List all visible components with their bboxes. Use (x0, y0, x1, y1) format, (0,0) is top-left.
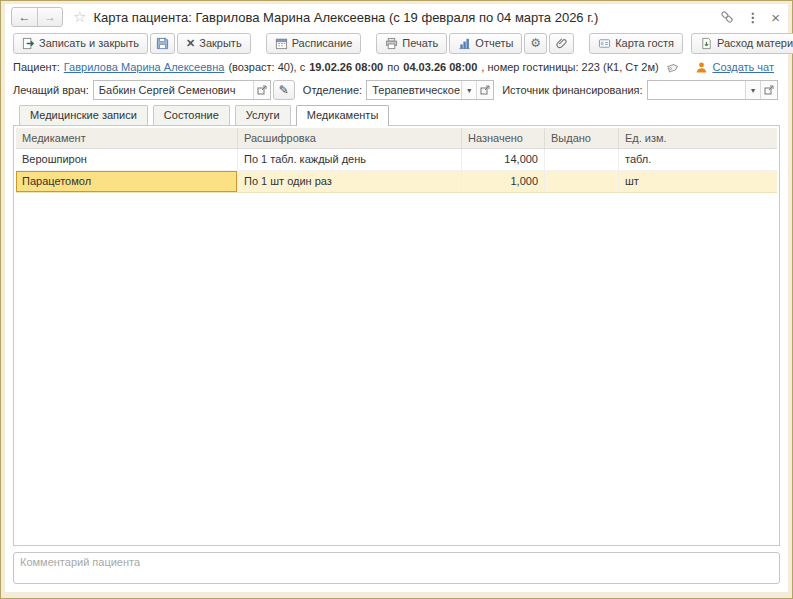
cell-issued[interactable] (545, 171, 619, 193)
close-x-icon: ✕ (186, 37, 195, 50)
cell-issued[interactable] (545, 149, 619, 171)
save-and-close-button[interactable]: Записать и закрыть (13, 33, 148, 54)
calendar-icon (275, 37, 288, 50)
doctor-edit-button[interactable]: ✎ (273, 80, 295, 100)
patient-info-line: Пациент: Гаврилова Марина Алексеевна (во… (5, 56, 788, 78)
gear-button[interactable]: ⚙ (524, 33, 547, 54)
floppy-save-icon (156, 37, 169, 50)
cell-assigned[interactable]: 1,000 (462, 171, 545, 193)
tab-medications[interactable]: Медикаменты (296, 105, 390, 126)
get-link-icon[interactable] (720, 10, 734, 24)
print-label: Печать (402, 37, 438, 49)
guest-card-icon (598, 37, 611, 50)
save-button[interactable] (150, 33, 175, 54)
nav-history-group: ← → (11, 7, 63, 27)
patient-label: Пациент: (13, 61, 60, 73)
department-label: Отделение: (303, 84, 362, 96)
create-chat-label: Создать чат (712, 61, 774, 73)
patient-name-link[interactable]: Гаврилова Марина Алексеевна (64, 61, 225, 73)
materials-label: Расход материалов (717, 37, 793, 49)
cell-unit[interactable]: шт (619, 171, 777, 193)
title-bar: ← → ☆ Карта пациента: Гаврилова Марина А… (5, 4, 788, 30)
attachments-button[interactable] (549, 33, 574, 54)
department-value: Терапевтическое (367, 84, 461, 96)
column-header-unit[interactable]: Ед. изм. (619, 128, 777, 148)
chat-person-icon (695, 61, 708, 74)
funding-label: Источник финансирования: (502, 84, 642, 96)
forward-arrow-icon: → (44, 10, 56, 24)
pencil-icon: ✎ (279, 83, 289, 97)
doctor-label: Лечащий врач: (13, 84, 89, 96)
table-row[interactable]: Верошпирон По 1 табл. каждый день 14,000… (16, 149, 777, 171)
reports-button[interactable]: Отчеты (449, 33, 522, 54)
close-label: Закрыть (199, 37, 241, 49)
guest-card-label: Карта гостя (615, 37, 674, 49)
cell-details[interactable]: По 1 шт один раз (238, 171, 462, 193)
medications-panel: Медикамент Расшифровка Назначено Выдано … (13, 125, 780, 546)
cell-assigned[interactable]: 14,000 (462, 149, 545, 171)
column-header-issued[interactable]: Выдано (545, 128, 619, 148)
gear-icon: ⚙ (530, 37, 541, 49)
printer-icon (385, 37, 398, 50)
bar-chart-icon (458, 37, 471, 50)
funding-dropdown-icon[interactable]: ▾ (745, 81, 760, 99)
save-close-icon (22, 37, 35, 50)
patient-date-from: 19.02.26 08:00 (309, 61, 383, 73)
toolbar: Записать и закрыть ✕ Закрыть Расписание (5, 30, 788, 56)
comment-section (5, 546, 788, 592)
tab-services[interactable]: Услуги (235, 105, 291, 125)
column-header-drug[interactable]: Медикамент (16, 128, 238, 148)
department-open-icon[interactable] (476, 81, 493, 99)
patient-to-word: по (387, 61, 399, 73)
tab-bar: Медицинские записи Состояние Услуги Меди… (5, 102, 788, 126)
table-header-row: Медикамент Расшифровка Назначено Выдано … (16, 128, 777, 149)
cell-drug-active[interactable]: Парацетомол (16, 171, 238, 193)
column-header-assigned[interactable]: Назначено (462, 128, 545, 148)
reports-label: Отчеты (475, 37, 513, 49)
save-close-label: Записать и закрыть (39, 37, 139, 49)
table-row-selected[interactable]: Парацетомол По 1 шт один раз 1,000 шт (16, 171, 777, 193)
table-empty-area[interactable] (16, 193, 777, 543)
back-arrow-icon: ← (19, 10, 31, 24)
create-chat-link[interactable]: Создать чат (695, 61, 774, 74)
doctor-field[interactable]: Бабкин Сергей Семенович (93, 80, 271, 100)
schedule-label: Расписание (292, 37, 353, 49)
back-button[interactable]: ← (12, 8, 37, 26)
department-combo[interactable]: Терапевтическое ▾ (366, 80, 494, 100)
materials-expense-button[interactable]: Расход материалов ▾ (691, 33, 793, 54)
column-header-details[interactable]: Расшифровка (238, 128, 462, 148)
department-dropdown-icon[interactable]: ▾ (461, 81, 476, 99)
patient-room: , номер гостиницы: 223 (К1, Ст 2м) (481, 61, 658, 73)
guest-card-button[interactable]: Карта гостя (589, 33, 683, 54)
doctor-open-icon[interactable] (253, 81, 270, 99)
funding-combo[interactable]: ▾ (647, 80, 778, 100)
tag-icon[interactable] (666, 60, 681, 75)
patient-comment-input[interactable] (13, 552, 780, 584)
patient-card-window: ← → ☆ Карта пациента: Гаврилова Марина А… (0, 0, 793, 599)
print-button[interactable]: Печать (376, 33, 447, 54)
materials-doc-icon (700, 37, 713, 50)
header-fields-row: Лечащий врач: Бабкин Сергей Семенович ✎ … (5, 78, 788, 102)
tab-condition[interactable]: Состояние (153, 105, 230, 125)
funding-open-icon[interactable] (760, 81, 777, 99)
cell-drug[interactable]: Верошпирон (16, 149, 238, 171)
schedule-button[interactable]: Расписание (266, 33, 362, 54)
page-title: Карта пациента: Гаврилова Марина Алексее… (93, 10, 598, 25)
patient-age: (возраст: 40), с (228, 61, 305, 73)
favorite-star-icon[interactable]: ☆ (73, 8, 86, 26)
close-button[interactable]: ✕ Закрыть (177, 33, 251, 54)
patient-date-to: 04.03.26 08:00 (403, 61, 477, 73)
cell-details[interactable]: По 1 табл. каждый день (238, 149, 462, 171)
tab-medical-records[interactable]: Медицинские записи (19, 105, 148, 125)
window-close-icon[interactable]: × (771, 9, 780, 26)
window-content: ← → ☆ Карта пациента: Гаврилова Марина А… (5, 4, 788, 592)
doctor-value: Бабкин Сергей Семенович (94, 84, 253, 96)
cell-unit[interactable]: табл. (619, 149, 777, 171)
paperclip-icon (555, 37, 568, 50)
more-menu-icon[interactable]: ⋮ (746, 10, 759, 25)
forward-button[interactable]: → (37, 8, 62, 26)
